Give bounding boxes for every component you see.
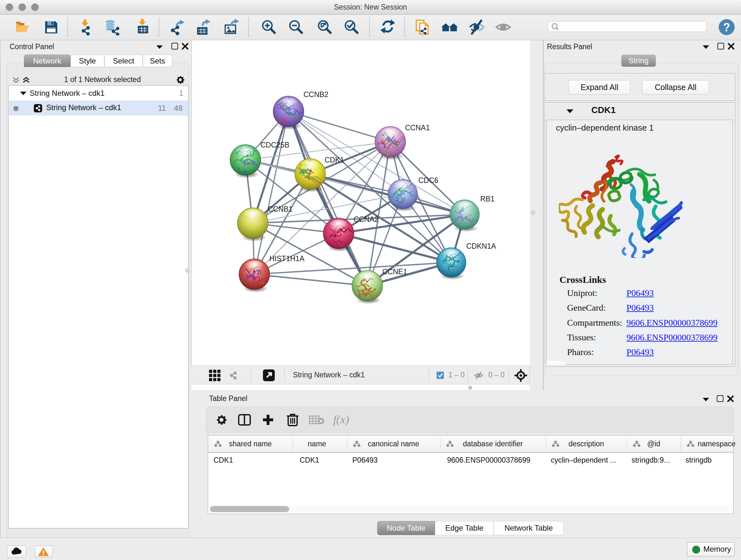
svg-text:HIST1H1A: HIST1H1A — [269, 254, 305, 263]
svg-text:CDC6: CDC6 — [418, 176, 439, 185]
svg-text:CCNA1: CCNA1 — [405, 124, 430, 132]
svg-text:CDK1: CDK1 — [325, 156, 344, 164]
svg-text:CCNA2: CCNA2 — [354, 215, 379, 224]
svg-text:CDKN1A: CDKN1A — [466, 242, 496, 250]
svg-text:CCNB1: CCNB1 — [268, 205, 293, 213]
svg-text:CDC25B: CDC25B — [260, 141, 289, 149]
svg-text:CCNE1: CCNE1 — [382, 267, 407, 276]
svg-text:CCNB2: CCNB2 — [304, 90, 328, 99]
svg-text:RB1: RB1 — [480, 195, 495, 203]
svg-text:?: ? — [723, 21, 730, 34]
